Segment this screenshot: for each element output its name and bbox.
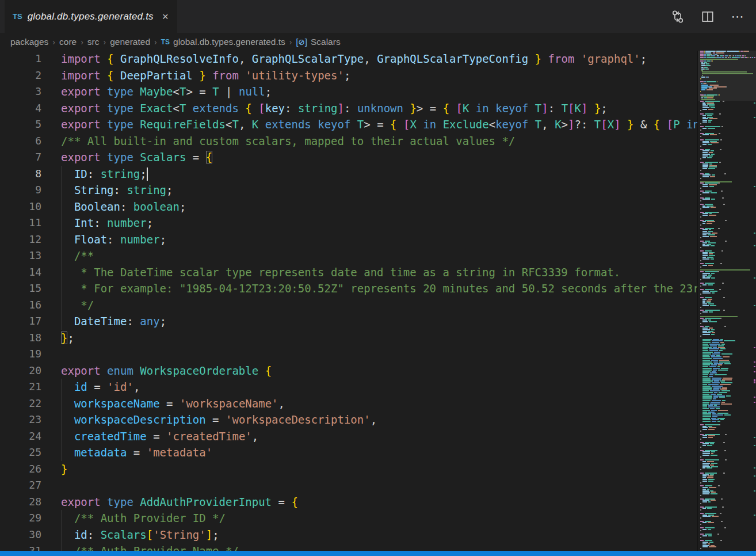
- code-line[interactable]: 4export type Exact<T extends { [key: str…: [0, 100, 697, 117]
- code-line[interactable]: 28export type AddAuthProviderInput = {: [0, 494, 697, 511]
- breadcrumb: packages›core›src›generated›TSglobal.db.…: [0, 33, 756, 51]
- line-number[interactable]: 7: [0, 149, 41, 166]
- code-text: export type Maybe<T> = T | null;: [41, 83, 272, 100]
- line-number[interactable]: 22: [0, 395, 41, 412]
- code-text: */: [41, 297, 94, 314]
- line-number[interactable]: 14: [0, 264, 41, 281]
- tab-global-db-types-generated[interactable]: TS global.db.types.generated.ts ×: [5, 0, 177, 33]
- line-number[interactable]: 29: [0, 510, 41, 527]
- code-text: ID: string;: [41, 166, 148, 182]
- line-number[interactable]: 23: [0, 412, 41, 428]
- line-number[interactable]: 17: [0, 313, 41, 330]
- code-line[interactable]: 15 * For example: "1985-04-12T23:20:50.5…: [0, 280, 697, 297]
- code-line[interactable]: 10 Boolean: boolean;: [0, 199, 697, 215]
- line-number[interactable]: 1: [0, 51, 41, 67]
- code-line[interactable]: 2import { DeepPartial } from 'utility-ty…: [0, 67, 697, 84]
- line-number[interactable]: 5: [0, 116, 41, 133]
- code-line[interactable]: 6/** All built-in and custom scalars, ma…: [0, 133, 697, 150]
- code-line[interactable]: 30 id: Scalars['String'];: [0, 527, 697, 543]
- line-number[interactable]: 10: [0, 199, 41, 215]
- code-text: Boolean: boolean;: [41, 199, 186, 215]
- symbol-type-icon: [⊘]: [296, 37, 307, 47]
- line-number[interactable]: 11: [0, 215, 41, 231]
- line-number[interactable]: 16: [0, 297, 41, 314]
- code-text: export type Scalars = {: [41, 149, 212, 166]
- status-bar: [0, 551, 756, 556]
- line-number[interactable]: 21: [0, 379, 41, 395]
- code-line[interactable]: 13 /**: [0, 247, 697, 264]
- tab-title: global.db.types.generated.ts: [28, 11, 154, 22]
- line-number[interactable]: 6: [0, 133, 41, 150]
- code-line[interactable]: 19: [0, 346, 697, 363]
- code-line[interactable]: 3export type Maybe<T> = T | null;: [0, 83, 697, 100]
- code-line[interactable]: 23 workspaceDescription = 'workspaceDesc…: [0, 412, 697, 428]
- line-number[interactable]: 31: [0, 543, 41, 551]
- line-number[interactable]: 4: [0, 100, 41, 117]
- code-text: export type AddAuthProviderInput = {: [41, 494, 298, 511]
- line-number[interactable]: 19: [0, 346, 41, 363]
- breadcrumb-item-generated[interactable]: generated: [110, 37, 150, 47]
- line-number[interactable]: 26: [0, 461, 41, 478]
- code-line[interactable]: 17 DateTime: any;: [0, 313, 697, 330]
- code-line[interactable]: 12 Float: number;: [0, 231, 697, 248]
- code-text: * The DateTime scalar type represents da…: [41, 264, 620, 281]
- code-text: export enum WorkspaceOrderable {: [41, 363, 272, 379]
- line-number[interactable]: 2: [0, 67, 41, 84]
- code-text: }: [41, 461, 67, 478]
- code-line[interactable]: 14 * The DateTime scalar type represents…: [0, 264, 697, 281]
- breadcrumb-item-src[interactable]: src: [87, 37, 100, 47]
- code-text: /** Auth Provider Name */: [41, 543, 239, 551]
- line-number[interactable]: 24: [0, 428, 41, 445]
- code-text: /**: [41, 247, 94, 264]
- code-line[interactable]: 8 ID: string;: [0, 166, 697, 182]
- split-editor-icon[interactable]: [700, 9, 716, 25]
- code-text: Float: number;: [41, 231, 166, 248]
- line-number[interactable]: 28: [0, 494, 41, 511]
- more-actions-icon[interactable]: ⋯: [730, 9, 746, 25]
- close-icon[interactable]: ×: [162, 11, 169, 22]
- breadcrumb-item-file[interactable]: global.db.types.generated.ts: [173, 37, 285, 47]
- minimap-slider[interactable]: [698, 51, 756, 101]
- minimap[interactable]: [697, 51, 756, 551]
- line-number[interactable]: 12: [0, 231, 41, 248]
- code-line[interactable]: 16 */: [0, 297, 697, 314]
- line-number[interactable]: 20: [0, 363, 41, 379]
- breadcrumb-item-symbol[interactable]: Scalars: [311, 37, 341, 47]
- code-line[interactable]: 7export type Scalars = {: [0, 149, 697, 166]
- code-text: };: [41, 330, 74, 346]
- open-changes-icon[interactable]: [670, 9, 686, 25]
- code-line[interactable]: 29 /** Auth Provider ID */: [0, 510, 697, 527]
- line-number[interactable]: 13: [0, 247, 41, 264]
- code-line[interactable]: 22 workspaceName = 'workspaceName',: [0, 395, 697, 412]
- code-line[interactable]: 27: [0, 477, 697, 494]
- code-line[interactable]: 31 /** Auth Provider Name */: [0, 543, 697, 551]
- line-number[interactable]: 15: [0, 280, 41, 297]
- code-line[interactable]: 5export type RequireFields<T, K extends …: [0, 116, 697, 133]
- line-number[interactable]: 27: [0, 477, 41, 494]
- breadcrumb-item-packages[interactable]: packages: [10, 37, 48, 47]
- code-line[interactable]: 11 Int: number;: [0, 215, 697, 231]
- code-line[interactable]: 21 id = 'id',: [0, 379, 697, 395]
- code-editor[interactable]: 1import { GraphQLResolveInfo, GraphQLSca…: [0, 51, 756, 551]
- line-number[interactable]: 18: [0, 330, 41, 346]
- line-number[interactable]: 25: [0, 444, 41, 461]
- line-number[interactable]: 30: [0, 527, 41, 543]
- code-line[interactable]: 18};: [0, 330, 697, 346]
- code-line[interactable]: 26}: [0, 461, 697, 478]
- code-text: id = 'id',: [41, 379, 140, 395]
- code-line[interactable]: 25 metadata = 'metadata': [0, 444, 697, 461]
- line-number[interactable]: 8: [0, 166, 41, 182]
- breadcrumb-item-core[interactable]: core: [59, 37, 77, 47]
- code-line[interactable]: 20export enum WorkspaceOrderable {: [0, 363, 697, 379]
- line-number[interactable]: 9: [0, 182, 41, 199]
- code-line[interactable]: 1import { GraphQLResolveInfo, GraphQLSca…: [0, 51, 697, 67]
- breadcrumb-separator: ›: [104, 37, 106, 47]
- code-area[interactable]: 1import { GraphQLResolveInfo, GraphQLSca…: [0, 51, 697, 551]
- code-text: DateTime: any;: [41, 313, 166, 330]
- code-line[interactable]: 9 String: string;: [0, 182, 697, 199]
- tab-bar: TS global.db.types.generated.ts ×: [0, 0, 756, 33]
- code-line[interactable]: 24 createdTime = 'createdTime',: [0, 428, 697, 445]
- vscode-window: TS global.db.types.generated.ts ×: [0, 0, 756, 556]
- breadcrumb-separator: ›: [81, 37, 83, 47]
- line-number[interactable]: 3: [0, 83, 41, 100]
